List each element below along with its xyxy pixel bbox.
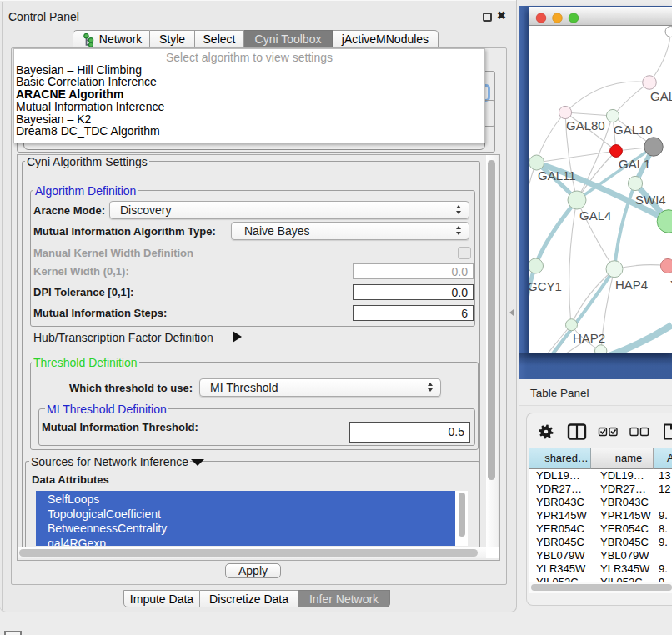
svg-text:GAL11: GAL11 xyxy=(538,168,576,182)
svg-text:HAP2: HAP2 xyxy=(573,331,605,345)
svg-text:GAL1: GAL1 xyxy=(619,157,650,171)
svg-text:GCY1: GCY1 xyxy=(529,279,562,293)
svg-text:HAP4: HAP4 xyxy=(615,278,648,292)
svg-text:GAL10: GAL10 xyxy=(614,122,653,137)
svg-text:SWI4: SWI4 xyxy=(635,192,666,207)
svg-text:GAL4: GAL4 xyxy=(579,208,611,222)
svg-text:GAL7: GAL7 xyxy=(650,89,672,103)
svg-text:GAL80: GAL80 xyxy=(566,118,605,132)
